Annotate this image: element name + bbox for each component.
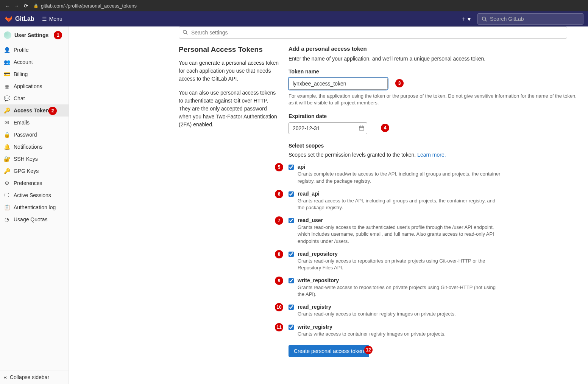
sidebar-item-password[interactable]: 🔒Password (0, 129, 69, 141)
sidebar-item-label: Account (14, 59, 33, 65)
sidebar-item-label: Usage Quotas (14, 216, 48, 222)
sidebar-item-label: SSH Keys (14, 156, 38, 162)
scope-checkbox-api[interactable] (289, 165, 294, 170)
sidebar-item-gpg-keys[interactable]: 🔑GPG Keys (0, 165, 69, 177)
sidebar-item-access-tokens[interactable]: 🔑Access Tokens2 (0, 104, 69, 117)
scope-checkbox-read_api[interactable] (289, 191, 294, 197)
sidebar-item-chat[interactable]: 💬Chat (0, 92, 69, 104)
token-name-label: Token name (289, 68, 577, 75)
form-heading: Add a personal access token (289, 45, 577, 52)
scope-row-read_repository: 8read_repositoryGrants read-only access … (289, 251, 577, 271)
scope-row-write_registry: 11write_registryGrants write access to c… (289, 324, 577, 337)
card-icon: 💳 (4, 71, 10, 77)
sidebar-item-label: Authentication log (14, 204, 56, 210)
annotation-badge: 2 (48, 107, 57, 115)
sidebar: User Settings 1 👤Profile👥Account💳Billing… (0, 26, 69, 384)
expiration-label: Expiration date (289, 113, 577, 119)
collapse-label: Collapse sidebar (10, 374, 49, 380)
scope-name: read_user (298, 217, 502, 223)
gitlab-logo-icon (5, 14, 13, 24)
annotation-badge: 9 (275, 277, 283, 285)
browser-url-bar[interactable]: 🔒 gitlab.com/-/profile/personal_access_t… (33, 3, 137, 9)
form-subheading: Enter the name of your application, and … (289, 56, 577, 62)
scope-description: Grants read-write access to repositories… (298, 284, 502, 298)
token-name-help: For example, the application using the t… (289, 93, 577, 106)
scope-checkbox-read_repository[interactable] (289, 252, 294, 257)
browser-chrome: ← → ⟳ 🔒 gitlab.com/-/profile/personal_ac… (0, 0, 588, 11)
calendar-icon[interactable] (359, 125, 364, 132)
sessions-icon: 🖵 (4, 192, 10, 198)
global-search-input[interactable]: Search GitLab (477, 13, 583, 25)
expiration-date-input[interactable] (289, 122, 367, 134)
main-content: Personal Access Tokens You can generate … (69, 26, 588, 384)
sidebar-item-ssh-keys[interactable]: 🔐SSH Keys (0, 153, 69, 165)
browser-url: gitlab.com/-/profile/personal_access_tok… (41, 3, 137, 9)
scope-description: Grants write access to container registr… (298, 331, 446, 337)
sidebar-item-notifications[interactable]: 🔔Notifications (0, 141, 69, 153)
search-settings-input[interactable] (179, 26, 567, 39)
scope-description: Grants read-only access to repositories … (298, 258, 502, 271)
sidebar-item-label: Password (14, 132, 37, 138)
gpgkey-icon: 🔑 (4, 168, 10, 174)
annotation-badge: 12 (364, 346, 373, 354)
lock-icon: 🔒 (33, 3, 39, 8)
chevron-down-icon: ▾ (468, 16, 471, 23)
sidebar-title: User Settings (14, 32, 48, 38)
lock-icon: 🔒 (4, 132, 10, 138)
scopes-learn-more-link[interactable]: Learn more. (417, 152, 446, 158)
collapse-sidebar-button[interactable]: « Collapse sidebar (0, 370, 69, 384)
create-token-button[interactable]: Create personal access token (289, 345, 369, 357)
annotation-badge: 6 (275, 190, 283, 198)
sidebar-item-label: Active Sessions (14, 192, 51, 198)
scopes-hint: Scopes set the permission levels granted… (289, 152, 577, 158)
scope-checkbox-read_user[interactable] (289, 218, 294, 223)
menu-button[interactable]: ☰ Menu (42, 16, 62, 22)
scopes-label: Select scopes (289, 143, 577, 149)
sidebar-item-usage-quotas[interactable]: ◔Usage Quotas (0, 213, 69, 225)
menu-label: Menu (49, 16, 62, 22)
sidebar-item-emails[interactable]: ✉Emails (0, 117, 69, 129)
scope-checkbox-read_registry[interactable] (289, 305, 294, 310)
svg-line-3 (186, 33, 188, 35)
user-icon: 👤 (4, 47, 10, 53)
sidebar-item-preferences[interactable]: ⚙Preferences (0, 177, 69, 189)
account-icon: 👥 (4, 59, 10, 65)
scope-checkbox-write_registry[interactable] (289, 325, 294, 330)
gitlab-logo[interactable]: GitLab (5, 14, 34, 24)
scope-name: write_repository (298, 277, 502, 283)
scope-row-read_api: 6read_apiGrants read access to the API, … (289, 191, 577, 211)
token-name-input[interactable] (289, 78, 388, 90)
search-icon (182, 30, 188, 36)
annotation-badge: 4 (381, 124, 389, 132)
browser-forward-button[interactable]: → (12, 1, 21, 10)
sidebar-item-authentication-log[interactable]: 📋Authentication log (0, 201, 69, 213)
annotation-badge: 8 (275, 250, 283, 258)
sidebar-item-label: Chat (14, 95, 25, 101)
browser-back-button[interactable]: ← (3, 1, 12, 10)
sidebar-item-label: Billing (14, 71, 28, 77)
sidebar-item-applications[interactable]: ▦Applications (0, 80, 69, 92)
sidebar-item-label: Emails (14, 120, 30, 126)
sidebar-item-profile[interactable]: 👤Profile (0, 44, 69, 56)
intro-paragraph-1: You can generate a personal access token… (179, 59, 281, 83)
log-icon: 📋 (4, 204, 10, 210)
sidebar-item-account[interactable]: 👥Account (0, 56, 69, 68)
apps-icon: ▦ (4, 83, 10, 89)
intro-paragraph-2: You can also use personal access tokens … (179, 89, 281, 129)
sidebar-item-active-sessions[interactable]: 🖵Active Sessions (0, 189, 69, 201)
sidebar-item-billing[interactable]: 💳Billing (0, 68, 69, 80)
new-dropdown-button[interactable]: ＋ ▾ (459, 14, 473, 25)
svg-line-1 (485, 20, 487, 22)
scope-description: Grants read access to the API, including… (298, 197, 502, 211)
annotation-badge: 10 (275, 303, 283, 311)
create-button-row: Create personal access token 12 (289, 344, 577, 357)
scope-checkbox-write_repository[interactable] (289, 278, 294, 283)
scope-row-api: 5apiGrants complete read/write access to… (289, 164, 577, 184)
browser-reload-button[interactable]: ⟳ (21, 1, 30, 10)
scope-name: read_registry (298, 304, 456, 310)
sidebar-item-label: Profile (14, 47, 29, 53)
scope-description: Grants read-only access to container reg… (298, 311, 456, 317)
scope-row-read_registry: 10read_registryGrants read-only access t… (289, 304, 577, 317)
brand-text: GitLab (15, 16, 34, 22)
scope-name: api (298, 164, 502, 170)
